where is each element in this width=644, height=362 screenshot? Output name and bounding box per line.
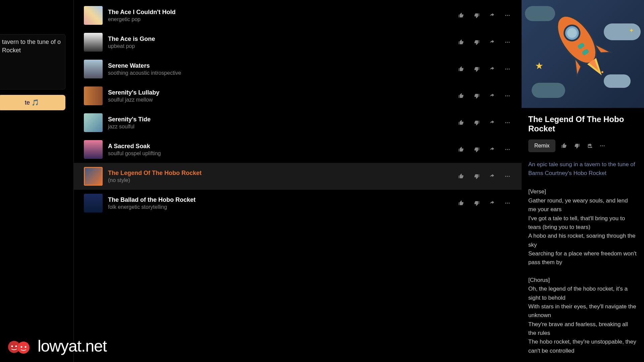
svg-point-1 [507, 15, 508, 16]
like-button[interactable] [457, 199, 465, 207]
track-row[interactable]: The Ace I Couldn't Holdenergetic pop [74, 2, 522, 29]
more-button[interactable] [503, 119, 512, 127]
track-title: The Ace is Gone [108, 36, 452, 43]
detail-title: The Legend Of The Hobo Rocket [528, 115, 637, 133]
svg-point-35 [11, 345, 13, 347]
create-button[interactable]: te 🎵 [0, 95, 65, 110]
track-thumbnail [84, 167, 103, 186]
track-actions [457, 11, 512, 19]
track-info: Serenity's Tidejazz soulful [108, 116, 452, 130]
dislike-button[interactable] [473, 199, 481, 207]
share-button[interactable] [488, 172, 496, 180]
track-title: Serenity's Tide [108, 116, 452, 123]
svg-point-20 [509, 176, 510, 177]
share-button[interactable] [488, 65, 496, 73]
like-button[interactable] [457, 38, 465, 46]
track-actions [457, 38, 512, 46]
svg-point-31 [602, 145, 603, 146]
more-button[interactable] [503, 11, 512, 19]
lyrics: [Verse] Gather round, ye weary souls, an… [528, 187, 637, 355]
track-info: A Sacred Soaksoulful gospel uplifting [108, 143, 452, 157]
svg-point-15 [505, 149, 506, 150]
svg-point-19 [507, 176, 508, 177]
like-button[interactable] [457, 119, 465, 127]
detail-dislike-button[interactable] [573, 142, 581, 150]
track-thumbnail [84, 6, 103, 25]
more-button[interactable] [503, 38, 512, 46]
like-button[interactable] [457, 145, 465, 154]
track-thumbnail [84, 140, 103, 159]
dislike-button[interactable] [473, 145, 481, 154]
track-actions [457, 92, 512, 100]
share-button[interactable] [488, 92, 496, 100]
more-button[interactable] [503, 145, 512, 154]
detail-more-button[interactable] [598, 142, 606, 150]
like-button[interactable] [457, 65, 465, 73]
track-title: Serene Waters [108, 62, 452, 69]
create-button-label: te 🎵 [25, 99, 39, 106]
track-row[interactable]: The Ballad of the Hobo Rocketfolk energe… [74, 190, 522, 217]
detail-share-button[interactable] [586, 142, 594, 150]
left-sidebar: tavern to the tune of o Rocket te 🎵 [0, 0, 74, 362]
svg-point-22 [507, 203, 508, 204]
svg-point-2 [509, 15, 510, 16]
track-title: A Sacred Soak [108, 143, 452, 150]
track-info: The Legend Of The Hobo Rocket(no style) [108, 170, 452, 183]
track-thumbnail [84, 194, 103, 213]
svg-point-17 [509, 149, 510, 150]
more-button[interactable] [503, 199, 512, 207]
more-button[interactable] [503, 172, 512, 180]
track-row[interactable]: Serenity's Lullabysoulful jazz mellow [74, 82, 522, 109]
dislike-button[interactable] [473, 172, 481, 180]
track-row[interactable]: Serene Waterssoothing acoustic introspec… [74, 56, 522, 82]
svg-point-14 [509, 122, 510, 123]
detail-panel: ★ ✦ ● The Legend Of The Hobo Rock [522, 0, 644, 362]
like-button[interactable] [457, 172, 465, 180]
track-info: Serenity's Lullabysoulful jazz mellow [108, 89, 452, 103]
track-style: folk energetic storytelling [108, 204, 452, 210]
track-row[interactable]: The Legend Of The Hobo Rocket(no style) [74, 163, 522, 190]
prompt-input[interactable]: tavern to the tune of o Rocket [0, 34, 65, 89]
like-button[interactable] [457, 92, 465, 100]
svg-point-3 [505, 42, 506, 43]
remix-button[interactable]: Remix [528, 139, 555, 152]
cover-art: ★ ✦ ● [522, 0, 644, 108]
dislike-button[interactable] [473, 92, 481, 100]
svg-point-5 [509, 42, 510, 43]
dislike-button[interactable] [473, 65, 481, 73]
share-button[interactable] [488, 119, 496, 127]
svg-point-8 [509, 69, 510, 70]
track-row[interactable]: The Ace is Goneupbeat pop [74, 29, 522, 56]
more-button[interactable] [503, 65, 512, 73]
track-style: energetic pop [108, 16, 452, 22]
share-button[interactable] [488, 11, 496, 19]
share-button[interactable] [488, 199, 496, 207]
watermark-logo-icon [7, 339, 34, 354]
more-button[interactable] [503, 92, 512, 100]
watermark-text: lowyat.net [38, 337, 107, 355]
track-actions [457, 145, 512, 154]
track-actions [457, 172, 512, 180]
share-button[interactable] [488, 38, 496, 46]
svg-point-6 [505, 69, 506, 70]
share-button[interactable] [488, 145, 496, 154]
svg-point-11 [509, 96, 510, 97]
track-row[interactable]: Serenity's Tidejazz soulful [74, 109, 522, 136]
track-title: Serenity's Lullaby [108, 89, 452, 96]
dislike-button[interactable] [473, 119, 481, 127]
track-row[interactable]: A Sacred Soaksoulful gospel uplifting [74, 136, 522, 163]
track-thumbnail [84, 86, 103, 105]
track-style: jazz soulful [108, 124, 452, 130]
watermark: lowyat.net [7, 337, 107, 355]
track-actions [457, 65, 512, 73]
track-style: soulful gospel uplifting [108, 150, 452, 157]
dislike-button[interactable] [473, 38, 481, 46]
dislike-button[interactable] [473, 11, 481, 19]
track-list: The Ace I Couldn't Holdenergetic popThe … [74, 0, 522, 362]
svg-point-21 [505, 203, 506, 204]
svg-point-9 [505, 96, 506, 97]
svg-point-30 [600, 145, 601, 146]
detail-like-button[interactable] [560, 142, 568, 150]
track-title: The Ballad of the Hobo Rocket [108, 196, 452, 203]
like-button[interactable] [457, 11, 465, 19]
